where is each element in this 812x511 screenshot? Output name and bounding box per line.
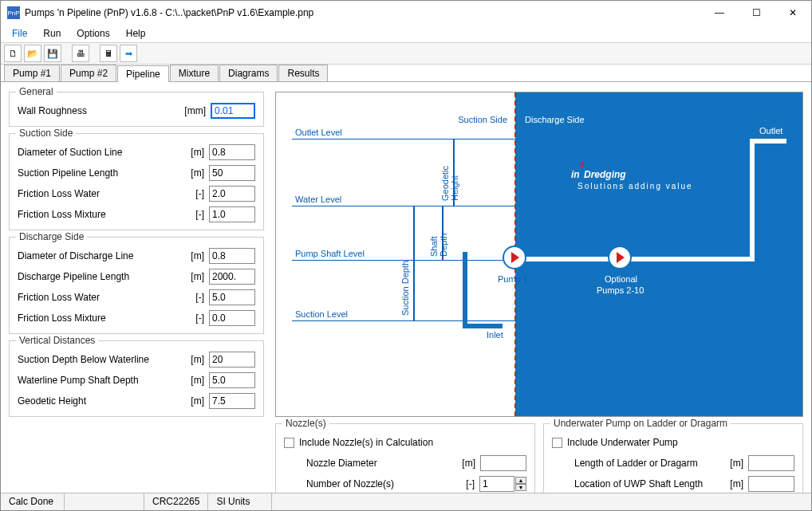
suction-length-input[interactable] [209,165,255,181]
suction-legend: Suction Side [16,128,76,139]
pump-optional-icon [608,246,632,269]
nozzle-legend: Nozzle(s) [282,418,329,429]
uwp-legend: Underwater Pump on Ladder or Dragarm [550,418,731,429]
statusbar: Calc Done CRC22265 SI Units [1,493,811,510]
nozzle-number-label: Number of Nozzle(s) [306,478,449,489]
menu-help[interactable]: Help [118,26,154,41]
status-units: SI Units [208,493,272,510]
nozzle-group: Nozzle(s) Include Nozzle(s) in Calculati… [275,423,535,493]
titlebar: PnP Pumps 'n Pipeline (PnP) v1.6.8 - C:\… [1,1,811,25]
pump-shaft-level-label: Pump Shaft Level [295,249,365,258]
status-calc: Calc Done [1,493,65,510]
status-crc: CRC22265 [144,493,208,510]
tabbar: Pump #1 Pump #2 Pipeline Mixture Diagram… [1,65,811,82]
suction-flm-input[interactable] [209,206,255,222]
include-uwp-label: Include Underwater Pump [567,437,794,448]
minimize-button[interactable]: — [701,1,738,25]
wall-roughness-unit: [mm] [180,105,206,116]
general-legend: General [16,86,57,97]
maximize-button[interactable]: ☐ [738,1,775,25]
new-file-icon[interactable]: 🗋 [4,45,22,62]
suction-flm-label: Friction Loss Mixture [18,209,179,220]
gh-label: Geodetic Height [18,395,179,407]
water-level-label: Water Level [295,195,341,204]
uwp-loc-input[interactable] [748,476,794,492]
suction-level-label: Suction Level [295,309,348,319]
suction-length-label: Suction Pipeline Length [18,167,179,179]
nozzle-diameter-input[interactable] [480,455,526,471]
vertical-group: Vertical Distances Suction Depth Below W… [9,340,264,417]
save-file-icon[interactable]: 💾 [44,45,61,62]
pipeline-diagram: Suction Side Discharge Side Outlet Level… [275,92,803,417]
nozzle-diameter-label: Nozzle Diameter [306,458,450,469]
sdbw-input[interactable] [209,352,255,368]
discharge-flw-input[interactable] [209,289,255,305]
suction-side-label: Suction Side [458,115,507,124]
discharge-group: Discharge Side Diameter of Discharge Lin… [9,237,264,334]
tab-pump2[interactable]: Pump #2 [61,65,116,81]
spin-up-icon[interactable]: ▲ [515,477,526,484]
wpsd-input[interactable] [209,372,255,388]
app-window: PnP Pumps 'n Pipeline (PnP) v1.6.8 - C:\… [0,0,812,511]
run-arrow-icon[interactable]: ➡ [120,45,137,62]
suction-group: Suction Side Diameter of Suction Line[m]… [9,133,264,230]
menu-run[interactable]: Run [35,26,69,41]
uwp-group: Underwater Pump on Ladder or Dragarm Inc… [543,423,803,493]
app-icon: PnP [7,6,20,19]
include-uwp-checkbox[interactable] [552,438,562,448]
include-nozzle-label: Include Nozzle(s) in Calculation [299,437,526,448]
outlet-label: Outlet [759,126,782,136]
geodetic-height-label: Geodetic Height [440,143,459,201]
wpsd-label: Waterline Pump Shaft Depth [18,375,179,386]
suction-diameter-input[interactable] [209,144,255,160]
spin-down-icon[interactable]: ▼ [515,484,526,491]
include-nozzle-checkbox[interactable] [284,438,294,448]
menubar: File Run Options Help [1,25,811,42]
outlet-level-label: Outlet Level [295,128,342,137]
suction-flw-input[interactable] [209,186,255,202]
tab-results[interactable]: Results [278,65,328,81]
discharge-flm-input[interactable] [209,310,255,326]
general-group: General Wall Roughness [mm] [9,92,264,127]
nozzle-number-input[interactable] [479,476,514,492]
discharge-diameter-input[interactable] [209,248,255,264]
shaft-depth-label: Shaft Depth [429,212,448,257]
ladder-input[interactable] [748,455,794,471]
discharge-length-input[interactable] [209,269,255,285]
logo-dredging: Dredging [584,169,626,180]
window-title: Pumps 'n Pipeline (PnP) v1.6.8 - C:\..\p… [25,7,701,18]
menu-options[interactable]: Options [69,26,117,41]
menu-file[interactable]: File [4,26,35,41]
vertical-legend: Vertical Distances [16,335,98,346]
discharge-legend: Discharge Side [16,231,87,242]
calculator-icon[interactable]: 🖩 [100,45,117,62]
discharge-length-label: Discharge Pipeline Length [18,271,179,282]
logo-in: in [571,169,580,180]
pump1-label: Pump 1 [498,274,528,284]
optional-label: Optional [605,274,637,284]
wall-roughness-label: Wall Roughness [18,105,180,116]
suction-flw-label: Friction Loss Water [18,188,179,199]
status-empty [65,493,144,510]
discharge-flm-label: Friction Loss Mixture [18,312,179,324]
suction-depth-label: Suction Depth [400,228,410,316]
tab-pipeline[interactable]: Pipeline [117,65,169,82]
print-icon[interactable]: 🖶 [72,45,89,62]
discharge-diameter-label: Diameter of Discharge Line [18,250,179,261]
ladder-label: Length of Ladder or Dragarm [574,458,718,469]
discharge-side-label: Discharge Side [525,115,585,124]
wall-roughness-input[interactable] [211,103,255,119]
tab-diagrams[interactable]: Diagrams [219,65,278,81]
toolbar: 🗋 📂 💾 🖶 🖩 ➡ [1,42,811,65]
inlet-label: Inlet [487,330,503,340]
gh-input[interactable] [209,393,255,409]
content-area: General Wall Roughness [mm] Suction Side… [1,82,811,493]
uwp-loc-label: Location of UWP Shaft Length [574,478,718,489]
open-file-icon[interactable]: 📂 [24,45,41,62]
pumps210-label: Pumps 2-10 [597,285,644,295]
close-button[interactable]: ✕ [775,1,811,25]
sdbw-label: Suction Depth Below Waterline [18,354,179,365]
pump1-icon [503,246,526,269]
tab-mixture[interactable]: Mixture [170,65,219,81]
tab-pump1[interactable]: Pump #1 [4,65,60,81]
